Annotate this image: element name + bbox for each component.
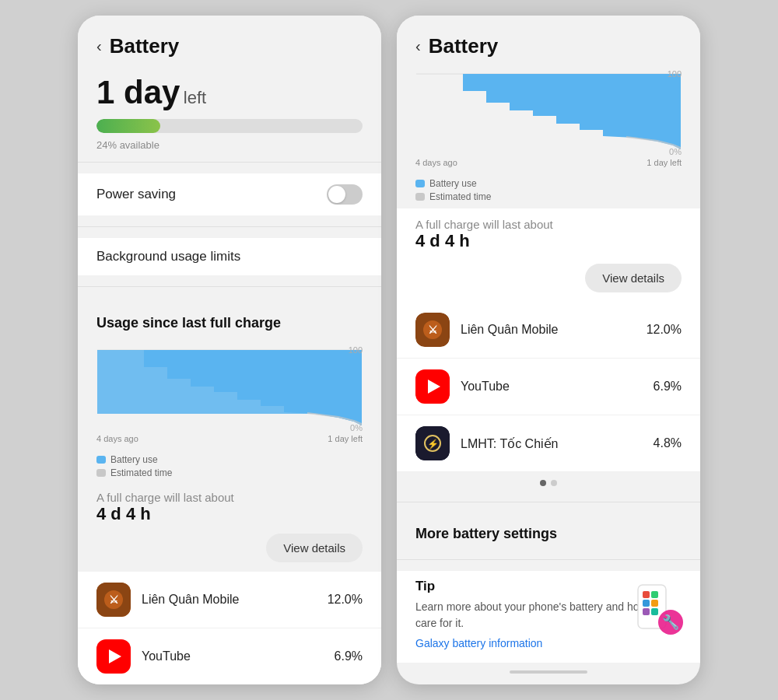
yt-play-right <box>428 380 440 394</box>
galaxy-battery-link[interactable]: Galaxy battery information <box>415 637 542 649</box>
right-bottom-bar <box>510 670 587 674</box>
divider-right-2 <box>397 559 700 560</box>
lmht-name-right: LMHT: Tốc Chiến <box>461 436 654 451</box>
usage-section: Usage since last full charge 100 0% 4 da… <box>78 298 381 684</box>
chart-legend-right: Battery use Estimated time <box>397 175 700 208</box>
chart-x-labels-left: 4 days ago 1 day left <box>96 432 363 445</box>
chart-x-right-label-right: 1 day left <box>647 158 682 167</box>
charge-info-left: A full charge will last about 4 d 4 h <box>78 485 381 524</box>
view-details-wrap-left: View details <box>78 524 381 572</box>
svg-rect-22 <box>651 608 658 615</box>
app-row-youtube-left[interactable]: YouTube 6.9% <box>78 628 381 684</box>
legend-battery-use-label-right: Battery use <box>429 178 477 189</box>
left-panel-scroll: ‹ Battery 1 day left 24% available Power… <box>78 16 381 684</box>
right-page-title: Battery <box>429 34 499 58</box>
svg-rect-18 <box>651 591 658 598</box>
left-phone-panel: ‹ Battery 1 day left 24% available Power… <box>78 16 381 684</box>
left-page-title: Battery <box>110 34 180 58</box>
pagination-dot-1[interactable] <box>540 480 546 486</box>
legend-dot-gray-right <box>415 193 425 201</box>
toggle-knob <box>328 186 345 203</box>
yt-play-left <box>109 649 121 663</box>
right-header: ‹ Battery <box>397 16 700 65</box>
power-saving-toggle[interactable] <box>327 184 363 205</box>
divider-2 <box>78 226 381 227</box>
battery-chart-svg-right <box>415 68 682 153</box>
app-row-youtube-right[interactable]: YouTube 6.9% <box>397 359 700 415</box>
svg-rect-17 <box>643 591 650 598</box>
battery-status: 1 day left <box>78 65 381 111</box>
legend-estimated-left: Estimated time <box>96 467 363 478</box>
svg-text:⚡: ⚡ <box>427 438 439 450</box>
chart-x-left-label: 4 days ago <box>96 434 138 443</box>
left-header: ‹ Battery <box>78 16 381 65</box>
svg-text:⚔: ⚔ <box>109 593 119 606</box>
svg-rect-19 <box>643 600 650 607</box>
youtube-name-left: YouTube <box>142 649 335 663</box>
legend-battery-use-left: Battery use <box>96 454 363 465</box>
view-details-button-left[interactable]: View details <box>266 534 363 562</box>
left-back-button[interactable]: ‹ <box>96 37 102 55</box>
legend-estimated-label-right: Estimated time <box>429 191 491 202</box>
battery-bar-container <box>78 111 381 136</box>
legend-battery-use-right: Battery use <box>415 178 682 189</box>
legend-dot-gray-left <box>96 469 106 477</box>
youtube-icon-right <box>415 369 450 404</box>
battery-chart-left: 100 0% 4 days ago 1 day left <box>96 344 363 445</box>
lien-quan-icon-left: ⚔ <box>96 583 131 617</box>
chart-y-max-left: 100 <box>349 345 363 355</box>
power-saving-row[interactable]: Power saving <box>78 173 381 215</box>
legend-battery-use-label-left: Battery use <box>110 454 158 465</box>
lien-quan-icon-right: ⚔ <box>415 313 450 347</box>
battery-available-text: 24% available <box>78 136 381 151</box>
charge-info-right: A full charge will last about 4 d 4 h <box>397 208 700 254</box>
app-row-lmht-right[interactable]: ⚡ LMHT: Tốc Chiến 4.8% <box>397 415 700 472</box>
galaxy-logo: 🔧 <box>632 582 688 638</box>
lien-quan-name-left: Liên Quân Mobile <box>142 593 328 607</box>
battery-bar-bg <box>96 119 363 133</box>
lmht-icon-right: ⚡ <box>415 426 450 460</box>
power-saving-label: Power saving <box>96 187 176 202</box>
chart-x-labels-right: 4 days ago 1 day left <box>415 156 682 169</box>
charge-main-right: 4 d 4 h <box>415 231 682 251</box>
battery-chart-svg-left <box>96 344 363 429</box>
lien-quan-name-right: Liên Quân Mobile <box>461 323 647 337</box>
usage-section-title: Usage since last full charge <box>78 303 381 338</box>
background-usage-label[interactable]: Background usage limits <box>78 238 381 275</box>
divider-3 <box>78 286 381 287</box>
legend-dot-blue-left <box>96 456 106 464</box>
lien-quan-pct-right: 12.0% <box>647 323 682 337</box>
youtube-icon-left <box>96 639 131 674</box>
svg-text:⚔: ⚔ <box>428 324 438 336</box>
view-details-wrap-right: View details <box>397 254 700 302</box>
legend-estimated-right: Estimated time <box>415 191 682 202</box>
divider-1 <box>78 162 381 163</box>
pagination-dot-2[interactable] <box>551 480 557 486</box>
divider-right-1 <box>397 502 700 502</box>
charge-sub-right: A full charge will last about <box>415 218 682 231</box>
more-battery-title: More battery settings <box>397 513 700 548</box>
charge-sub-left: A full charge will last about <box>96 491 363 504</box>
youtube-pct-left: 6.9% <box>335 649 363 663</box>
chart-y-min-right: 0% <box>669 147 682 156</box>
battery-days: 1 day <box>96 74 180 110</box>
svg-rect-21 <box>643 608 650 615</box>
battery-remaining: left <box>184 88 206 107</box>
right-back-button[interactable]: ‹ <box>415 37 421 55</box>
legend-estimated-label-left: Estimated time <box>110 467 172 478</box>
svg-rect-20 <box>651 600 658 607</box>
app-row-lien-quan-right[interactable]: ⚔ Liên Quân Mobile 12.0% <box>397 302 700 359</box>
pagination-dots <box>397 472 700 491</box>
chart-y-max-right: 100 <box>668 69 682 79</box>
chart-legend-left: Battery use Estimated time <box>78 451 381 485</box>
legend-dot-blue-right <box>415 180 425 187</box>
view-details-button-right[interactable]: View details <box>585 264 682 292</box>
right-phone-panel: ‹ Battery 100 0% 4 days ago 1 day left B… <box>397 16 700 684</box>
chart-x-left-label-right: 4 days ago <box>415 158 457 167</box>
svg-text:🔧: 🔧 <box>662 614 680 631</box>
battery-bar-fill <box>96 119 160 133</box>
app-row-lien-quan-left[interactable]: ⚔ Liên Quân Mobile 12.0% <box>78 572 381 628</box>
youtube-name-right: YouTube <box>461 380 654 394</box>
youtube-pct-right: 6.9% <box>654 380 682 394</box>
chart-y-min-left: 0% <box>350 423 363 432</box>
